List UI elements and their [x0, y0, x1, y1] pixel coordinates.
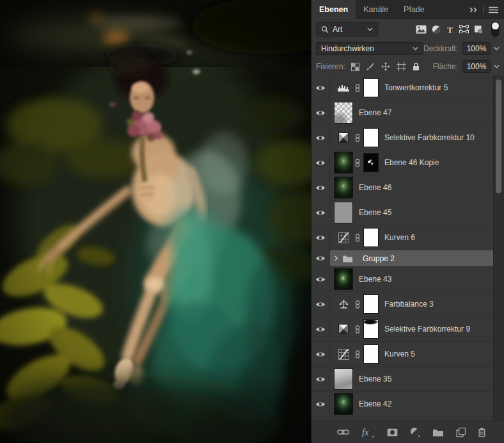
layer-filter-toggle[interactable]: [491, 22, 500, 37]
layer-name[interactable]: Kurven 6: [384, 233, 415, 242]
layer-mask-thumbnail[interactable]: [363, 153, 379, 172]
lock-position-icon[interactable]: [381, 62, 390, 71]
layer-name[interactable]: Ebene 43: [359, 275, 391, 284]
chevron-right-icon[interactable]: [334, 255, 338, 261]
lock-all-icon[interactable]: [413, 62, 420, 71]
opacity-value-field[interactable]: 100%: [462, 42, 491, 55]
type-layers-filter-icon[interactable]: T: [446, 25, 454, 33]
opacity-group: Deckkraft: 100%: [423, 42, 500, 55]
layer-name[interactable]: Ebene 45: [359, 208, 391, 217]
visibility-toggle[interactable]: [311, 392, 330, 416]
panel-menu-icon[interactable]: [489, 6, 498, 13]
layer-row-ebene-46[interactable]: Ebene 46: [311, 175, 494, 200]
layer-name[interactable]: Ebene 47: [359, 108, 391, 117]
layer-row-ebene-46-kopie[interactable]: Ebene 46 Kopie: [311, 150, 494, 175]
scrollbar-thumb[interactable]: [496, 79, 501, 193]
visibility-toggle[interactable]: [311, 250, 330, 266]
layer-name[interactable]: Selektive Farbkorrektur 10: [384, 133, 475, 142]
svg-text:T: T: [447, 25, 453, 33]
shape-layers-filter-icon[interactable]: [459, 25, 469, 33]
layer-name[interactable]: Farbbalance 3: [384, 300, 434, 309]
filter-type-select[interactable]: Art: [316, 22, 378, 36]
layer-thumbnail[interactable]: [334, 152, 353, 173]
layer-row-kurven-5[interactable]: Kurven 5: [311, 342, 494, 367]
layer-row-ebene-45[interactable]: Ebene 45: [311, 200, 494, 225]
layer-row-ebene-42[interactable]: Ebene 42: [311, 392, 494, 417]
selective-color-icon[interactable]: [334, 324, 353, 334]
document-canvas[interactable]: [0, 0, 311, 443]
layer-row-selektive-farbkorrektur-9[interactable]: Selektive Farbkorrektur 9: [311, 317, 494, 342]
layer-row-gruppe-2[interactable]: Gruppe 2: [311, 250, 494, 267]
lock-image-pixels-icon[interactable]: [366, 62, 375, 71]
visibility-toggle[interactable]: [311, 292, 330, 316]
layer-name[interactable]: Ebene 46: [359, 183, 391, 192]
lock-artboard-nesting-icon[interactable]: [397, 62, 406, 71]
layer-thumbnail[interactable]: [334, 393, 353, 415]
delete-layer-icon[interactable]: [478, 428, 486, 437]
layer-name[interactable]: Ebene 35: [359, 375, 391, 383]
layer-thumbnail[interactable]: [334, 177, 353, 198]
add-layer-mask-icon[interactable]: [387, 428, 398, 437]
tab-pfade[interactable]: Pfade: [396, 0, 432, 19]
tab-kanaele[interactable]: Kanäle: [356, 0, 396, 19]
layer-row-kurven-6[interactable]: Kurven 6: [311, 225, 494, 250]
visibility-toggle[interactable]: [311, 76, 330, 100]
new-group-icon[interactable]: [432, 428, 444, 437]
layer-row-ebene-43[interactable]: Ebene 43: [311, 267, 494, 292]
layer-row-ebene-35[interactable]: Ebene 35: [311, 367, 494, 392]
layer-mask-thumbnail[interactable]: [363, 128, 379, 147]
selective-color-icon[interactable]: [334, 133, 353, 143]
visibility-toggle[interactable]: [311, 101, 330, 125]
curves-icon[interactable]: [334, 349, 353, 360]
link-layers-icon[interactable]: [337, 429, 349, 435]
layer-style-icon[interactable]: fx: [361, 427, 375, 438]
layer-name[interactable]: Selektive Farbkorrektur 9: [384, 325, 470, 334]
layer-name[interactable]: Ebene 42: [359, 399, 391, 408]
layer-row-selektive-farbkorrektur-10[interactable]: Selektive Farbkorrektur 10: [311, 125, 494, 150]
new-adjustment-layer-icon[interactable]: [410, 427, 420, 437]
layer-mask-thumbnail[interactable]: [363, 78, 379, 97]
lock-transparent-pixels-icon[interactable]: [351, 63, 359, 71]
layer-row-content: Selektive Farbkorrektur 10: [330, 125, 494, 150]
visibility-toggle[interactable]: [311, 125, 330, 150]
layer-thumbnail[interactable]: [334, 202, 353, 223]
new-layer-icon[interactable]: [456, 428, 466, 437]
lock-row: Fixieren: Fläche:: [311, 58, 504, 76]
layer-mask-thumbnail[interactable]: [363, 319, 379, 339]
levels-icon[interactable]: [334, 83, 353, 92]
fill-value-field[interactable]: 100%: [462, 60, 491, 73]
pixel-layers-filter-icon[interactable]: [416, 25, 427, 34]
layer-name[interactable]: Gruppe 2: [363, 254, 395, 263]
layer-row-ebene-47[interactable]: Ebene 47: [311, 101, 494, 125]
scrollbar-track[interactable]: [493, 76, 504, 421]
color-balance-icon[interactable]: [334, 300, 353, 309]
smart-objects-filter-icon[interactable]: [474, 25, 483, 34]
layer-row-tonwertkorrektur-5[interactable]: Tonwertkorrektur 5: [311, 76, 494, 101]
visibility-toggle[interactable]: [311, 342, 330, 366]
double-chevron-icon[interactable]: [469, 7, 478, 13]
layer-thumbnail[interactable]: [334, 102, 353, 124]
layer-name[interactable]: Kurven 5: [384, 350, 415, 358]
visibility-toggle[interactable]: [311, 200, 330, 225]
layer-row-farbbalance-3[interactable]: Farbbalance 3: [311, 292, 494, 317]
chain-link-icon: [355, 350, 360, 358]
fill-dropdown-icon[interactable]: [494, 65, 500, 68]
layer-thumbnail[interactable]: [334, 268, 353, 290]
layer-mask-thumbnail[interactable]: [363, 344, 379, 364]
visibility-toggle[interactable]: [311, 267, 330, 291]
layer-name[interactable]: Ebene 46 Kopie: [384, 158, 439, 167]
visibility-toggle[interactable]: [311, 317, 330, 341]
visibility-toggle[interactable]: [311, 225, 330, 250]
layer-mask-thumbnail[interactable]: [363, 294, 379, 314]
layer-thumbnail[interactable]: [334, 368, 353, 390]
opacity-dropdown-icon[interactable]: [494, 47, 500, 51]
tab-ebenen[interactable]: Ebenen: [311, 0, 356, 19]
visibility-toggle[interactable]: [311, 150, 330, 175]
blend-mode-select[interactable]: Hindurchwirken: [316, 42, 423, 55]
layer-mask-thumbnail[interactable]: [363, 228, 379, 247]
visibility-toggle[interactable]: [311, 175, 330, 200]
visibility-toggle[interactable]: [311, 367, 330, 391]
layer-name[interactable]: Tonwertkorrektur 5: [384, 83, 448, 92]
curves-icon[interactable]: [334, 232, 353, 243]
adjustment-layers-filter-icon[interactable]: [432, 25, 441, 34]
